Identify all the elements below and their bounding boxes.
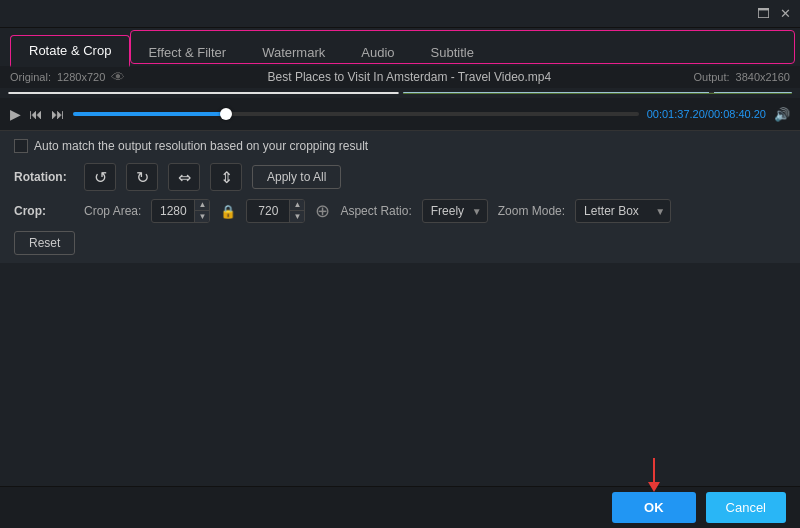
auto-match-label: Auto match the output resolution based o… xyxy=(34,139,368,153)
crop-height-input-wrap: ▲ ▼ xyxy=(246,199,305,223)
crop-area-label: Crop Area: xyxy=(84,204,141,218)
video-info-right: Output: 3840x2160 xyxy=(693,71,790,83)
time-total: 00:08:40.20 xyxy=(708,108,766,120)
crop-width-input-wrap: ▲ ▼ xyxy=(151,199,210,223)
close-button[interactable]: ✕ xyxy=(778,7,792,21)
crop-width-input[interactable] xyxy=(152,201,194,221)
crop-height-up[interactable]: ▲ xyxy=(290,200,304,211)
zoom-mode-select-wrap: Letter Box Pan & Scan Full ▼ xyxy=(575,199,671,223)
lock-icon[interactable]: 🔒 xyxy=(220,204,236,219)
crop-width-up[interactable]: ▲ xyxy=(195,200,209,211)
controls-area: Auto match the output resolution based o… xyxy=(0,130,800,263)
auto-match-row: Auto match the output resolution based o… xyxy=(14,139,786,153)
flip-vertical-button[interactable]: ⇕ xyxy=(210,163,242,191)
crop-label: Crop: xyxy=(14,204,74,218)
ground-right xyxy=(403,93,792,94)
cancel-button[interactable]: Cancel xyxy=(706,492,786,523)
minimize-button[interactable]: 🗖 xyxy=(756,7,770,21)
zoom-mode-label: Zoom Mode: xyxy=(498,204,565,218)
timeline-bar: ▶ ⏮ ⏭ 00:01:37.20/00:08:40.20 🔊 xyxy=(0,98,800,130)
play-button[interactable]: ▶ xyxy=(10,106,21,122)
video-panel-output xyxy=(403,92,792,94)
tab-subtitle[interactable]: Subtitle xyxy=(413,38,492,67)
tab-rotate-crop[interactable]: Rotate & Crop xyxy=(10,35,130,67)
video-bg-right xyxy=(403,92,792,94)
crop-width-spinners: ▲ ▼ xyxy=(194,200,209,222)
title-bar: 🗖 ✕ xyxy=(0,0,800,28)
flip-horizontal-button[interactable]: ⇔ xyxy=(168,163,200,191)
zoom-mode-select[interactable]: Letter Box Pan & Scan Full xyxy=(575,199,671,223)
rotation-label: Rotation: xyxy=(14,170,74,184)
output-res: 3840x2160 xyxy=(736,71,790,83)
rotate-ccw-button[interactable]: ↺ xyxy=(84,163,116,191)
video-filename: Best Places to Visit In Amsterdam - Trav… xyxy=(268,70,552,84)
person-figure-left xyxy=(157,92,162,93)
volume-icon[interactable]: 🔊 xyxy=(774,107,790,122)
auto-match-checkbox[interactable] xyxy=(14,139,28,153)
video-info-left: Original: 1280x720 👁 xyxy=(10,69,125,85)
skip-back-button[interactable]: ⏮ xyxy=(29,106,43,122)
time-display: 00:01:37.20/00:08:40.20 xyxy=(647,108,766,120)
ok-button-wrap: OK xyxy=(612,492,696,523)
tab-effect-filter[interactable]: Effect & Filter xyxy=(130,38,244,67)
center-icon[interactable]: ⊕ xyxy=(315,200,330,222)
original-res: 1280x720 xyxy=(57,71,105,83)
aspect-ratio-select-wrap: Freely 16:9 4:3 1:1 ▼ xyxy=(422,199,488,223)
crop-height-spinners: ▲ ▼ xyxy=(289,200,304,222)
reset-button[interactable]: Reset xyxy=(14,231,75,255)
skip-forward-button[interactable]: ⏭ xyxy=(51,106,65,122)
aspect-ratio-select[interactable]: Freely 16:9 4:3 1:1 xyxy=(422,199,488,223)
window-controls: 🗖 ✕ xyxy=(756,7,792,21)
bottom-bar: OK Cancel xyxy=(0,486,800,528)
timeline-fill xyxy=(73,112,226,116)
video-panel-original xyxy=(8,92,399,94)
mist-right xyxy=(403,92,792,93)
tab-watermark[interactable]: Watermark xyxy=(244,38,343,67)
tab-bar: Rotate & Crop Effect & Filter Watermark … xyxy=(0,28,800,66)
timeline-progress[interactable] xyxy=(73,112,639,116)
ok-button[interactable]: OK xyxy=(612,492,696,523)
apply-to-all-button[interactable]: Apply to All xyxy=(252,165,341,189)
ok-arrow xyxy=(648,458,660,492)
aspect-ratio-label: Aspect Ratio: xyxy=(340,204,411,218)
crop-height-down[interactable]: ▼ xyxy=(290,211,304,222)
ok-arrow-head xyxy=(648,482,660,492)
eye-icon[interactable]: 👁 xyxy=(111,69,125,85)
ok-arrow-line xyxy=(653,458,655,482)
rotation-row: Rotation: ↺ ↻ ⇔ ⇕ Apply to All xyxy=(14,163,786,191)
video-panels xyxy=(0,88,800,98)
timeline-dot[interactable] xyxy=(220,108,232,120)
tab-audio[interactable]: Audio xyxy=(343,38,412,67)
crop-height-input[interactable] xyxy=(247,201,289,221)
crop-row: Crop: Crop Area: ▲ ▼ 🔒 ▲ ▼ ⊕ Aspect Rati… xyxy=(14,199,786,223)
video-info-bar: Original: 1280x720 👁 Best Places to Visi… xyxy=(0,66,800,88)
original-label: Original: xyxy=(10,71,51,83)
crop-width-down[interactable]: ▼ xyxy=(195,211,209,222)
output-label: Output: xyxy=(693,71,729,83)
time-current: 00:01:37.20 xyxy=(647,108,705,120)
rotate-cw-button[interactable]: ↻ xyxy=(126,163,158,191)
